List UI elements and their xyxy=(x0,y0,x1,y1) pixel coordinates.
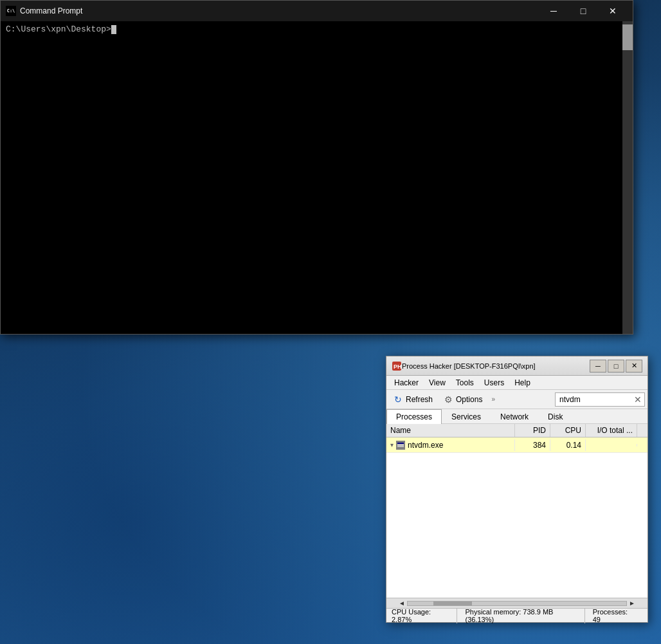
table-body: ▾ ntvdm.exe 384 0.14 2.18 xyxy=(386,437,647,598)
cmd-window-icon: C:\ xyxy=(6,6,16,16)
menu-view[interactable]: View xyxy=(424,377,451,389)
ph-window-title: Process Hacker [DESKTOP-F316PQI\xpn] xyxy=(402,362,588,370)
process-name-container: ▾ ntvdm.exe xyxy=(390,441,511,450)
col-header-priv[interactable]: Privat xyxy=(637,424,647,437)
col-header-io[interactable]: I/O total ... xyxy=(586,424,637,437)
tab-processes-label: Processes xyxy=(396,412,432,421)
process-name: ntvdm.exe xyxy=(408,441,443,450)
tab-services-label: Services xyxy=(451,412,481,421)
refresh-icon: ↻ xyxy=(393,394,403,405)
cmd-window-title: Command Prompt xyxy=(20,6,539,15)
menu-help[interactable]: Help xyxy=(509,377,536,389)
ph-table: Name PID CPU I/O total ... Privat ▾ xyxy=(386,424,647,608)
tab-services[interactable]: Services xyxy=(442,409,491,424)
cmd-cursor xyxy=(111,25,116,34)
table-header: Name PID CPU I/O total ... Privat xyxy=(386,424,647,437)
options-label: Options xyxy=(456,395,482,404)
cmd-close-button[interactable]: ✕ xyxy=(598,1,628,21)
search-clear-button[interactable]: ✕ xyxy=(633,395,642,404)
menu-users[interactable]: Users xyxy=(479,377,509,389)
cmd-scrollbar-thumb[interactable] xyxy=(622,24,633,50)
status-processes: Processes: 49 xyxy=(593,608,642,623)
status-cpu: CPU Usage: 2.87% xyxy=(392,608,457,623)
options-icon: ⚙ xyxy=(443,394,453,405)
ph-close-button[interactable]: ✕ xyxy=(626,360,642,373)
ph-window-icon: PH xyxy=(392,361,402,371)
hscroll-left-arrow[interactable]: ◄ xyxy=(397,598,407,609)
cmd-titlebar: C:\ Command Prompt ─ □ ✕ xyxy=(1,1,633,21)
tab-disk[interactable]: Disk xyxy=(538,409,572,424)
cmd-window: C:\ Command Prompt ─ □ ✕ C:\Users\xpn\De… xyxy=(0,0,633,335)
expand-arrow[interactable]: ▾ xyxy=(390,441,394,448)
cmd-maximize-button[interactable]: □ xyxy=(568,1,598,21)
cmd-body: C:\Users\xpn\Desktop> xyxy=(1,21,633,334)
tab-processes[interactable]: Processes xyxy=(386,409,442,424)
cell-pid: 384 xyxy=(515,439,550,451)
cmd-output: C:\Users\xpn\Desktop> xyxy=(6,24,628,35)
cmd-prompt: C:\Users\xpn\Desktop> xyxy=(6,24,111,34)
menu-hacker[interactable]: Hacker xyxy=(389,377,424,389)
cmd-minimize-button[interactable]: ─ xyxy=(539,1,568,21)
ph-maximize-button[interactable]: □ xyxy=(608,360,624,373)
cell-io xyxy=(586,444,637,446)
col-header-pid[interactable]: PID xyxy=(515,424,550,437)
hscroll-right-arrow[interactable]: ► xyxy=(627,598,637,609)
cell-name: ▾ ntvdm.exe xyxy=(386,439,515,451)
ph-minimize-button[interactable]: ─ xyxy=(590,360,606,373)
svg-rect-4 xyxy=(397,443,404,444)
ph-toolbar: ↻ Refresh ⚙ Options » ✕ xyxy=(386,390,647,409)
search-container: ✕ xyxy=(555,392,645,407)
tab-disk-label: Disk xyxy=(548,412,563,421)
ph-hscrollbar[interactable]: ◄ ► xyxy=(386,598,647,608)
tab-network[interactable]: Network xyxy=(491,409,538,424)
ph-statusbar: CPU Usage: 2.87% Physical memory: 738.9 … xyxy=(386,608,647,622)
cell-cpu: 0.14 xyxy=(550,439,586,451)
ph-titlebar: PH Process Hacker [DESKTOP-F316PQI\xpn] … xyxy=(386,356,647,376)
col-header-name[interactable]: Name xyxy=(386,424,515,437)
menu-tools[interactable]: Tools xyxy=(451,377,479,389)
cmd-window-controls: ─ □ ✕ xyxy=(539,1,628,21)
table-row[interactable]: ▾ ntvdm.exe 384 0.14 2.18 xyxy=(386,437,647,453)
cmd-scrollbar[interactable] xyxy=(622,21,633,334)
options-button[interactable]: ⚙ Options xyxy=(439,392,486,407)
hscrollbar-track[interactable] xyxy=(407,601,627,606)
col-header-cpu[interactable]: CPU xyxy=(550,424,586,437)
cell-priv: 2.18 xyxy=(637,439,647,451)
toolbar-chevron: » xyxy=(489,396,498,403)
svg-text:PH: PH xyxy=(394,363,402,370)
process-icon xyxy=(396,441,405,450)
refresh-label: Refresh xyxy=(406,395,433,404)
search-input[interactable] xyxy=(555,392,645,407)
status-memory: Physical memory: 738.9 MB (36.13%) xyxy=(465,608,584,623)
tab-network-label: Network xyxy=(500,412,529,421)
refresh-button[interactable]: ↻ Refresh xyxy=(389,392,437,407)
process-hacker-window: PH Process Hacker [DESKTOP-F316PQI\xpn] … xyxy=(386,356,648,623)
ph-menubar: Hacker View Tools Users Help xyxy=(386,376,647,390)
ph-tabs: Processes Services Network Disk xyxy=(386,409,647,424)
hscrollbar-thumb[interactable] xyxy=(433,602,472,605)
